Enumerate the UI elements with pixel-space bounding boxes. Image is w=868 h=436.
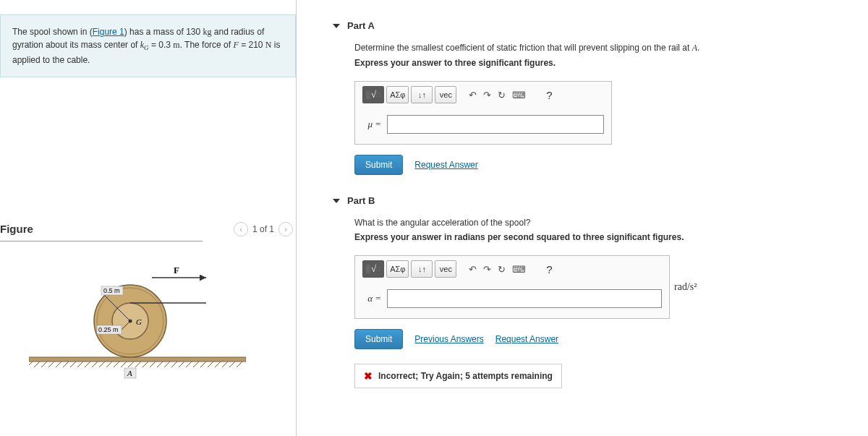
part-a-answer-input[interactable] <box>387 115 604 134</box>
svg-line-11 <box>99 362 105 367</box>
part-b-feedback: ✖ Incorrect; Try Again; 5 attempts remai… <box>354 364 562 388</box>
svg-line-1 <box>29 362 33 367</box>
templates-button[interactable]: √ <box>362 260 384 278</box>
figure-diagram: 0.5 m 0.25 m G A F <box>29 256 246 386</box>
figure-next-button[interactable]: › <box>278 222 293 236</box>
svg-line-9 <box>85 362 90 367</box>
svg-text:A: A <box>127 369 132 377</box>
redo-icon[interactable]: ↷ <box>481 90 493 101</box>
subsup-button[interactable]: ↓↑ <box>411 86 433 103</box>
caret-down-icon <box>333 199 340 203</box>
svg-text:0.25 m: 0.25 m <box>98 326 119 333</box>
figure-counter: 1 of 1 <box>252 224 274 234</box>
subsup-button[interactable]: ↓↑ <box>411 260 433 278</box>
caret-down-icon <box>333 24 340 28</box>
svg-line-24 <box>193 362 199 367</box>
svg-line-3 <box>41 362 47 367</box>
problem-statement: The spool shown in (Figure 1) has a mass… <box>0 14 296 77</box>
svg-rect-0 <box>29 357 246 362</box>
part-b-request-answer-link[interactable]: Request Answer <box>495 334 558 344</box>
part-a-submit-button[interactable]: Submit <box>354 155 403 175</box>
figure-prev-button[interactable]: ‹ <box>234 222 248 236</box>
svg-line-29 <box>229 362 235 367</box>
svg-line-8 <box>77 362 83 367</box>
templates-button[interactable]: √ <box>362 86 384 103</box>
svg-line-22 <box>179 362 184 367</box>
svg-line-15 <box>128 362 134 367</box>
undo-icon[interactable]: ↶ <box>467 90 479 101</box>
help-icon[interactable]: ? <box>538 86 560 103</box>
keyboard-icon[interactable]: ⌨ <box>510 90 528 101</box>
greek-button[interactable]: ΑΣφ <box>386 86 409 103</box>
svg-line-20 <box>164 362 170 367</box>
svg-line-2 <box>34 362 40 367</box>
part-a-instruction: Express your answer to three significant… <box>354 58 846 68</box>
part-b-header[interactable]: Part B <box>318 182 846 218</box>
svg-line-25 <box>200 362 206 367</box>
svg-line-4 <box>48 362 54 367</box>
svg-line-26 <box>208 362 213 367</box>
svg-line-17 <box>142 362 148 367</box>
svg-line-12 <box>106 362 112 367</box>
vec-button[interactable]: vec <box>435 86 456 103</box>
part-b-question: What is the angular acceleration of the … <box>354 218 846 228</box>
part-b-answer-input[interactable] <box>387 289 662 308</box>
reset-icon[interactable]: ↻ <box>495 264 508 275</box>
part-b-units: rad/s² <box>670 281 697 293</box>
svg-line-23 <box>186 362 192 367</box>
undo-icon[interactable]: ↶ <box>467 264 479 275</box>
svg-line-10 <box>92 362 98 367</box>
svg-line-13 <box>114 362 119 367</box>
svg-line-21 <box>171 362 177 367</box>
part-b-answer-box: √ ΑΣφ ↓↑ vec ↶ ↷ ↻ ⌨ ? α = <box>354 255 670 319</box>
part-a-question: Determine the smallest coefficient of st… <box>354 43 846 54</box>
part-a-answer-box: √ ΑΣφ ↓↑ vec ↶ ↷ ↻ ⌨ ? μ = <box>354 81 612 145</box>
figure-link[interactable]: Figure 1 <box>93 27 124 37</box>
part-a-header[interactable]: Part A <box>318 7 846 43</box>
svg-line-28 <box>222 362 228 367</box>
svg-line-5 <box>56 362 61 367</box>
svg-line-27 <box>215 362 221 367</box>
figure-title: Figure <box>0 223 33 235</box>
svg-line-16 <box>135 362 141 367</box>
part-b-submit-button[interactable]: Submit <box>354 329 403 349</box>
keyboard-icon[interactable]: ⌨ <box>510 264 528 275</box>
redo-icon[interactable]: ↷ <box>481 264 493 275</box>
part-b-var-label: α = <box>362 293 381 304</box>
svg-text:G: G <box>136 317 142 326</box>
part-b-instruction: Express your answer in radians per secon… <box>354 232 846 242</box>
svg-text:0.5 m: 0.5 m <box>103 287 120 294</box>
greek-button[interactable]: ΑΣφ <box>386 260 409 278</box>
svg-line-18 <box>150 362 156 367</box>
svg-line-30 <box>237 362 242 367</box>
svg-line-19 <box>157 362 163 367</box>
part-a-var-label: μ = <box>362 119 381 130</box>
part-a-request-answer-link[interactable]: Request Answer <box>414 160 477 170</box>
help-icon[interactable]: ? <box>538 260 560 278</box>
vec-button[interactable]: vec <box>435 260 456 278</box>
x-icon: ✖ <box>364 370 373 382</box>
svg-line-14 <box>121 362 127 367</box>
svg-line-7 <box>70 362 76 367</box>
svg-text:F: F <box>174 265 179 275</box>
reset-icon[interactable]: ↻ <box>495 90 508 101</box>
part-b-previous-answers-link[interactable]: Previous Answers <box>414 334 483 344</box>
svg-line-6 <box>63 362 69 367</box>
